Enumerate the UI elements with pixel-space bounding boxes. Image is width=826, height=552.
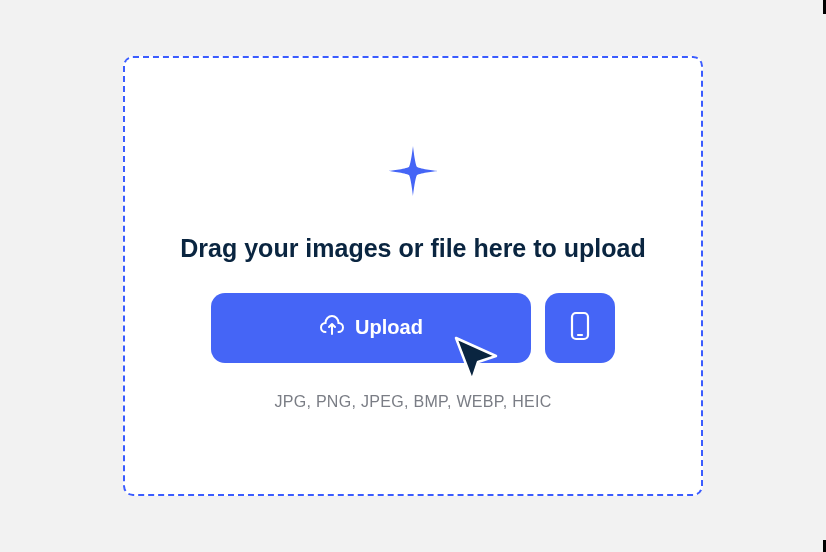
upload-dropzone[interactable]: Drag your images or file here to upload … <box>123 56 703 496</box>
sparkle-icon <box>384 142 442 204</box>
supported-formats: JPG, PNG, JPEG, BMP, WEBP, HEIC <box>274 393 551 411</box>
dropzone-heading: Drag your images or file here to upload <box>180 234 645 263</box>
button-row: Upload <box>211 293 615 363</box>
upload-button-label: Upload <box>355 316 423 339</box>
upload-button[interactable]: Upload <box>211 293 531 363</box>
mobile-upload-button[interactable] <box>545 293 615 363</box>
mobile-icon <box>568 310 592 345</box>
cloud-upload-icon <box>319 314 345 341</box>
